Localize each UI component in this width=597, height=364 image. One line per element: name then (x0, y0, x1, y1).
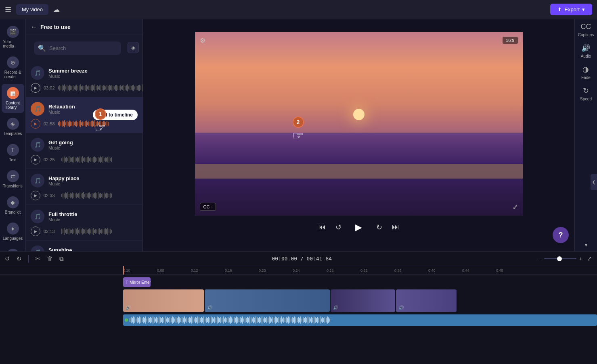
zoom-controls: − + (538, 256, 582, 262)
preview-settings-icon[interactable]: ⚙ (200, 37, 205, 44)
play-getgoing[interactable]: ▶ (31, 155, 40, 164)
captions-label: Captions (578, 33, 594, 37)
time-display: 00:00.00 / 00:41.84 (69, 256, 535, 262)
right-tool-speed[interactable]: ↻ Speed (580, 86, 592, 101)
playback-controls: ⏮ ↺ ▶ ↻ ⏭ (143, 216, 574, 239)
search-icon: 🔍 (38, 44, 46, 52)
sidebar-item-record[interactable]: ⊕ Record &create (2, 53, 24, 82)
sidebar-item-languages[interactable]: ♦ Languages (2, 219, 24, 244)
aspect-ratio-button[interactable]: 16:9 (503, 37, 517, 44)
ruler-mark: 0:44 (462, 268, 496, 272)
sidebar-label-transitions: Transitions (3, 184, 23, 188)
video-clip-2[interactable]: 🔊 (205, 289, 330, 312)
current-time: 00:00.00 (272, 256, 297, 262)
right-panel-expand[interactable]: ▾ (585, 242, 587, 248)
templates-icon: ◈ (7, 118, 19, 130)
media-panel: ← Free to use 🔍 ◈ 🎵 Summer breeze Music (26, 19, 143, 251)
zoom-out-button[interactable]: − (538, 256, 542, 262)
track-name-summer: Summer breeze (48, 68, 138, 74)
add-to-timeline-button[interactable]: Add to timeline (93, 110, 138, 120)
duration-summer: 03:02 (44, 85, 55, 90)
audio-waveform-track (130, 316, 597, 324)
sidebar-label-brand: Brand kit (5, 210, 21, 214)
sidebar-label-languages: Languages (3, 236, 23, 241)
cut-button[interactable]: ✂ (34, 254, 42, 264)
preview-area: ⚙ 16:9 CC+ ⤢ ⏮ ↺ ▶ ↻ ⏭ 2 ☞ (143, 19, 574, 251)
ruler-mark: 0:16 (225, 268, 259, 272)
track-category-happyplace: Music (48, 181, 138, 186)
skip-back-button[interactable]: ⏮ (318, 223, 326, 231)
zoom-in-button[interactable]: + (579, 256, 582, 262)
track-music-icon-summer: 🎵 (31, 66, 44, 80)
sidebar-item-templates[interactable]: ◈ Templates (2, 114, 24, 139)
fade-icon: ◑ (582, 65, 589, 74)
zoom-slider[interactable] (544, 258, 576, 259)
timeline-ruler: 0:10 0:08 0:12 0:16 0:20 0:24 0:28 0:32 … (0, 266, 597, 275)
playhead[interactable] (123, 266, 124, 275)
languages-icon: ♦ (7, 223, 19, 235)
media-icon: 🎬 (7, 26, 19, 38)
audio-icon: 🔊 (581, 44, 590, 52)
export-button[interactable]: ⬆ Export ▾ (550, 4, 592, 15)
track-item-happyplace[interactable]: 🎵 Happy place Music ▶ 02:33 (26, 169, 142, 205)
play-happyplace[interactable]: ▶ (31, 191, 40, 200)
track-item-fullthrottle[interactable]: 🎵 Full throttle Music ▶ 02:13 (26, 205, 142, 241)
track-item-getgoing[interactable]: 🎵 Get going Music ▶ 02:25 (26, 133, 142, 169)
right-tool-captions[interactable]: CC Captions (578, 23, 594, 37)
captions-icon: CC (581, 23, 591, 31)
skip-forward-button[interactable]: ⏭ (392, 223, 399, 231)
track-name-relaxation: Relaxation (48, 104, 102, 110)
video-clip-4[interactable]: 🔊 (396, 289, 457, 312)
search-input[interactable] (49, 45, 117, 51)
back-button[interactable]: ← (31, 23, 37, 31)
track-category-getgoing: Music (48, 146, 138, 150)
sidebar-item-transitions[interactable]: ⇄ Transitions (2, 167, 24, 191)
save-icon[interactable]: ☁ (53, 6, 60, 13)
undo-button[interactable]: ↺ (3, 254, 12, 264)
text-clip-icon: T (126, 280, 128, 285)
track-item-summer[interactable]: 🎵 Summer breeze Music ▶ 03:02 (26, 61, 142, 97)
delete-button[interactable]: 🗑 (45, 254, 54, 264)
premium-filter-button[interactable]: ◈ (128, 42, 139, 53)
video-track: 🔊 🔊 🔊 🔊 (123, 289, 597, 312)
duplicate-button[interactable]: ⧉ (58, 254, 65, 264)
waveform-summer (58, 83, 142, 92)
captions-button[interactable]: CC+ (200, 203, 216, 211)
menu-icon[interactable]: ☰ (5, 5, 11, 14)
play-fullthrottle[interactable]: ▶ (31, 227, 40, 236)
sidebar-item-text[interactable]: T Text (2, 141, 24, 165)
search-row: 🔍 ◈ (26, 35, 142, 60)
sidebar-item-content[interactable]: ▦ Contentlibrary (2, 84, 24, 113)
video-tab[interactable]: My video (16, 4, 48, 15)
right-tool-audio[interactable]: 🔊 Audio (581, 44, 591, 58)
rewind-button[interactable]: ↺ (335, 223, 341, 232)
export-icon: ⬆ (557, 6, 562, 12)
video-clip-3[interactable]: 🔊 (331, 289, 395, 312)
volume-icon-2: 🔊 (207, 305, 213, 310)
play-pause-button[interactable]: ▶ (351, 220, 367, 235)
zoom-thumb[interactable] (557, 256, 562, 261)
sidebar-item-brand[interactable]: ◆ Brand kit (2, 193, 24, 218)
ruler-mark: 0:28 (327, 268, 360, 272)
fullscreen-button[interactable]: ⤢ (513, 203, 518, 211)
sidebar-label-templates: Templates (4, 131, 22, 136)
ruler-mark: 0:48 (496, 268, 530, 272)
track-item-relaxation[interactable]: 🎵 Relaxation Music ▶ 02:58 Add to timeli… (26, 97, 142, 133)
play-summer[interactable]: ▶ (31, 83, 40, 93)
redo-button[interactable]: ↻ (15, 254, 23, 264)
main-layout: 🎬 Your media ⊕ Record &create ▦ Contentl… (0, 19, 597, 251)
fit-button[interactable]: ⤢ (585, 254, 594, 264)
ruler-mark: 0:08 (157, 268, 191, 272)
right-tool-fade[interactable]: ◑ Fade (581, 65, 591, 80)
audio-track-indicator (125, 318, 128, 322)
help-button[interactable]: ? (553, 227, 569, 243)
play-relaxation[interactable]: ▶ (31, 119, 40, 129)
fast-forward-button[interactable]: ↻ (376, 223, 382, 232)
sidebar-label-record: Record &create (4, 70, 21, 79)
sidebar-item-flags[interactable]: ⚐ FeatureFlags (2, 245, 24, 251)
video-clip-1[interactable]: 🔊 (123, 289, 204, 312)
sidebar-item-media[interactable]: 🎬 Your media (2, 23, 24, 52)
track-item-sunshine[interactable]: 🎵 Sunshine Music ▶ 03:04 (26, 241, 142, 251)
audio-track[interactable] (123, 314, 597, 326)
text-clip[interactable]: T Mirror Enter t (123, 277, 151, 287)
